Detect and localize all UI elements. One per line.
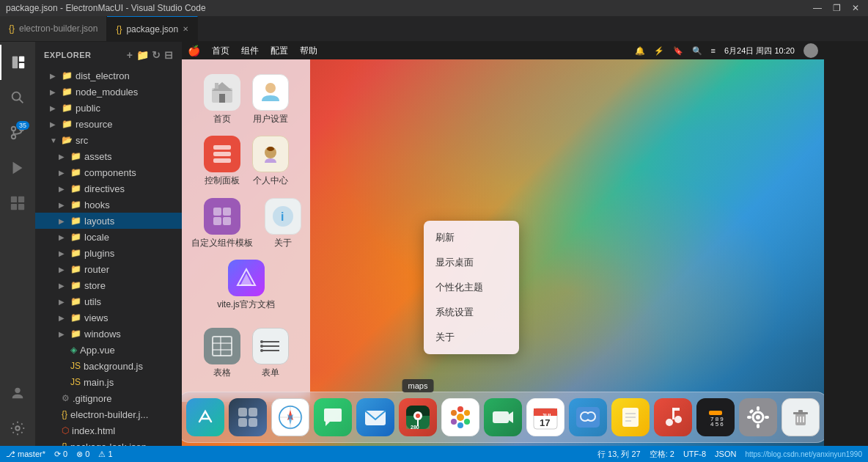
dock-notes[interactable] — [611, 398, 650, 436]
sidebar-item-router[interactable]: ▶ 📁 router — [35, 261, 182, 277]
dock-finder[interactable] — [569, 398, 607, 436]
explorer-icon[interactable] — [0, 45, 35, 80]
sidebar-item-plugins[interactable]: ▶ 📁 plugins — [35, 245, 182, 261]
encoding[interactable]: UTF-8 — [683, 450, 706, 458]
mac-icon-control-panel[interactable]: 控制面板 — [201, 133, 243, 188]
sidebar-item-resource[interactable]: ▶ 📁 resource — [35, 116, 182, 132]
sidebar-item-assets[interactable]: ▶ 📁 assets — [35, 148, 182, 164]
sidebar-item-background-js[interactable]: JS background.js — [35, 358, 182, 374]
sidebar-item-windows[interactable]: ▶ 📁 windows — [35, 326, 182, 342]
dock-mail[interactable] — [356, 398, 394, 436]
sidebar-item-index-html[interactable]: ⬡ index.html — [35, 422, 182, 439]
sidebar-item-label: directives — [84, 183, 125, 194]
mac-icon-custom-template[interactable]: 自定义组件模板 — [188, 195, 256, 251]
source-control-icon[interactable]: 35 — [0, 115, 35, 150]
sidebar-item-dist-electron[interactable]: ▶ 📁 dist_electron — [35, 67, 182, 84]
sidebar-item-node-modules[interactable]: ▶ 📁 node_modules — [35, 84, 182, 100]
wifi-icon[interactable]: ⚡ — [654, 46, 664, 56]
search-icon[interactable] — [0, 80, 35, 115]
mac-desktop[interactable]: 首页 用户设置 — [182, 59, 824, 446]
run-icon[interactable] — [0, 150, 35, 186]
control-center-icon[interactable]: ≡ — [711, 46, 716, 55]
sidebar-item-gitignore[interactable]: ⚙ .gitignore — [35, 390, 182, 406]
svg-text:280: 280 — [411, 425, 419, 430]
sidebar-item-electron-builder[interactable]: {} electron-builder.j... — [35, 406, 182, 422]
expanded-arrow: ▼ — [50, 136, 59, 144]
context-about[interactable]: 关于 — [424, 325, 519, 350]
dock-maps[interactable]: maps 280 — [399, 398, 437, 436]
refresh-icon[interactable]: ↻ — [152, 49, 161, 61]
mac-icon-list[interactable]: 表单 — [249, 325, 292, 381]
sidebar-item-directives[interactable]: ▶ 📁 directives — [35, 180, 182, 197]
search-menu-icon[interactable]: 🔍 — [692, 46, 702, 56]
dock-calendar[interactable]: JUL17 — [526, 398, 564, 436]
close-button[interactable]: ✕ — [849, 3, 862, 13]
dock-app-store[interactable] — [186, 398, 224, 436]
sidebar-item-label: locale — [84, 232, 109, 243]
context-system-settings[interactable]: 系统设置 — [424, 300, 519, 325]
errors-status[interactable]: ⊗ 0 — [76, 450, 89, 459]
indentation[interactable]: 空格: 2 — [650, 449, 674, 460]
sidebar-item-src[interactable]: ▼ 📂 src — [35, 132, 182, 148]
csdn-url[interactable]: https://blog.csdn.net/yanxinyun1990 — [745, 450, 862, 458]
dock-messages[interactable] — [314, 398, 352, 436]
extensions-icon[interactable] — [0, 186, 35, 221]
git-branch[interactable]: ⎇ master* — [6, 450, 45, 459]
mac-icon-personal-center[interactable]: 个人中心 — [249, 133, 292, 188]
sidebar-item-package-lock[interactable]: {} package-lock.json — [35, 439, 182, 446]
dock-trash[interactable] — [781, 398, 820, 436]
cursor-position[interactable]: 行 13, 列 27 — [597, 449, 641, 460]
sidebar-item-store[interactable]: ▶ 📁 store — [35, 277, 182, 293]
maximize-button[interactable]: ❐ — [830, 3, 843, 13]
mac-menu-home[interactable]: 首页 — [212, 45, 229, 57]
tab-electron-builder[interactable]: {} electron-builder.json — [0, 16, 107, 41]
dock-music[interactable] — [654, 398, 692, 436]
file-format[interactable]: JSON — [715, 450, 736, 458]
tab-close-button[interactable]: ✕ — [183, 25, 188, 33]
mac-icon-vite-docs[interactable]: vite.js官方文档 — [214, 257, 278, 312]
tab-package-json[interactable]: {} package.json ✕ — [107, 16, 198, 41]
dock-calculator[interactable]: 7 8 94 5 6 — [696, 398, 735, 436]
dock-system-prefs[interactable] — [739, 398, 777, 436]
sidebar-item-utils[interactable]: ▶ 📁 utils — [35, 293, 182, 309]
collapse-icon[interactable]: ⊟ — [164, 49, 174, 61]
collapsed-arrow: ▶ — [59, 153, 67, 161]
warnings-status[interactable]: ⚠ 1 — [98, 450, 112, 459]
sidebar-item-label: assets — [84, 151, 112, 162]
mac-menu-help[interactable]: 帮助 — [300, 45, 317, 57]
sidebar-item-components[interactable]: ▶ 📁 components — [35, 164, 182, 180]
settings-icon[interactable] — [0, 411, 35, 446]
context-show-desktop[interactable]: 显示桌面 — [424, 250, 519, 275]
dock-launchpad[interactable] — [229, 398, 267, 436]
accounts-icon[interactable] — [0, 375, 35, 411]
context-theme[interactable]: 个性化主题 — [424, 275, 519, 300]
mac-icon-user-settings[interactable]: 用户设置 — [249, 71, 292, 127]
dock-photos[interactable] — [441, 398, 479, 436]
sidebar-item-locale[interactable]: ▶ 📁 locale — [35, 229, 182, 245]
minimize-button[interactable]: — — [811, 3, 824, 13]
svg-marker-70 — [509, 411, 513, 423]
mac-icon-table[interactable]: 表格 — [201, 325, 243, 381]
sidebar-item-public[interactable]: ▶ 📁 public — [35, 100, 182, 116]
sidebar-item-main-js[interactable]: JS main.js — [35, 374, 182, 390]
mac-menu-components[interactable]: 组件 — [241, 45, 259, 57]
status-bar: ⎇ master* ⟳ 0 ⊗ 0 ⚠ 1 行 13, 列 27 空格: 2 U… — [0, 446, 868, 462]
sidebar-item-app-vue[interactable]: ◈ App.vue — [35, 342, 182, 358]
sidebar-item-views[interactable]: ▶ 📁 views — [35, 309, 182, 326]
dock-facetime[interactable] — [484, 398, 522, 436]
new-folder-icon[interactable]: 📁 — [136, 49, 150, 61]
sync-status[interactable]: ⟳ 0 — [54, 450, 67, 459]
sidebar-item-layouts[interactable]: ▶ 📁 layouts — [35, 213, 182, 229]
dock-safari[interactable] — [271, 398, 309, 436]
context-refresh[interactable]: 刷新 — [424, 225, 519, 250]
apple-logo[interactable]: 🍎 — [188, 45, 200, 56]
mac-menu-config[interactable]: 配置 — [271, 45, 288, 57]
mac-icon-home[interactable]: 首页 — [201, 71, 243, 127]
mac-icon-about[interactable]: i 关于 — [262, 195, 304, 251]
collapsed-arrow: ▶ — [59, 233, 67, 241]
avatar-icon[interactable] — [803, 43, 818, 58]
notification-icon[interactable]: 🔔 — [635, 46, 645, 56]
sidebar-item-hooks[interactable]: ▶ 📁 hooks — [35, 197, 182, 213]
new-file-icon[interactable]: + — [127, 49, 133, 61]
bookmark-icon[interactable]: 🔖 — [673, 46, 683, 56]
